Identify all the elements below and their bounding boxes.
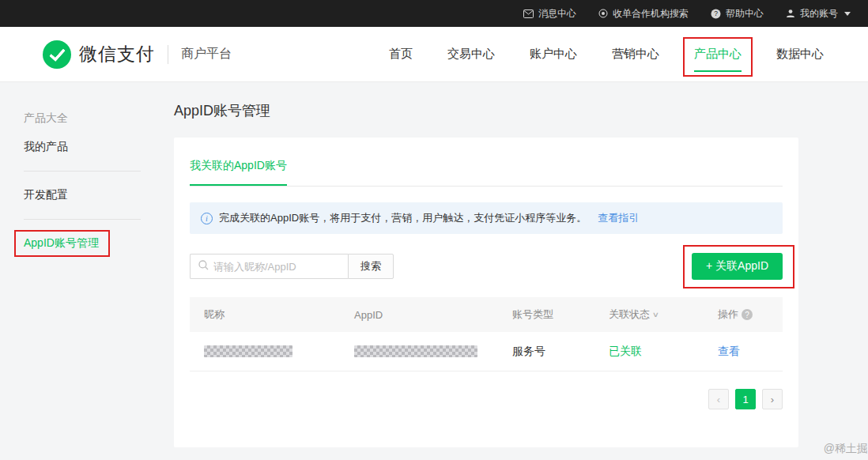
nav-item-data-center[interactable]: 数据中心 [776,27,824,82]
watermark: @稀土掘金技术社区 [824,442,868,456]
layout: 产品大全 我的产品 开发配置 AppID账号管理 AppID账号管理 我关联的A… [0,82,868,459]
notice-bar: i 完成关联的AppID账号，将用于支付，营销，用户触达，支付凭证小程序等业务。… [190,202,783,234]
cell-appid [354,345,512,357]
content-card: 我关联的AppID账号 i 完成关联的AppID账号，将用于支付，营销，用户触达… [174,138,798,447]
search-box [190,254,348,279]
help-circle-icon[interactable]: ? [742,309,753,320]
search-button[interactable]: 搜索 [348,254,394,279]
topbar-my-account[interactable]: 我的账号 [786,7,851,21]
view-link[interactable]: 查看 [718,345,740,357]
sidebar: 产品大全 我的产品 开发配置 AppID账号管理 [0,82,174,459]
topbar-item-label: 消息中心 [538,7,576,21]
sidebar-item-label: AppID账号管理 [24,236,99,251]
redacted-appid [354,345,477,357]
cell-account-type: 服务号 [512,345,609,359]
table-header: 昵称 AppID 账号类型 关联状态 ∨ 操作 ? [190,297,783,332]
topbar-org-search[interactable]: 收单合作机构搜索 [598,7,689,21]
add-appid-wrap: + 关联AppID [692,253,783,280]
nav-item-account-center[interactable]: 账户中心 [530,27,577,82]
tabs-row: 我关联的AppID账号 [190,138,783,187]
tab-my-linked-appids[interactable]: 我关联的AppID账号 [190,159,287,186]
cell-link-status: 已关联 [609,345,718,359]
nav-item-home[interactable]: 首页 [389,27,413,82]
user-icon [786,9,795,18]
sidebar-item-my-products[interactable]: 我的产品 [0,133,174,161]
sidebar-divider [24,171,141,172]
brand-name: 微信支付 [79,42,155,66]
brand[interactable]: 微信支付 商户平台 [43,40,232,69]
page: 消息中心 收单合作机构搜索 ? 帮助中心 我的账号 微信支付 [0,0,868,460]
col-link-status[interactable]: 关联状态 ∨ [609,307,718,322]
col-appid: AppID [354,309,512,321]
topbar-message-center[interactable]: 消息中心 [523,7,576,21]
nav-item-label: 产品中心 [694,47,742,62]
add-appid-button[interactable]: + 关联AppID [692,253,783,280]
sidebar-item-appid-management[interactable]: AppID账号管理 [0,229,174,258]
sidebar-item-dev-config[interactable]: 开发配置 [0,181,174,209]
pagination: ‹ 1 › [190,389,783,409]
info-icon: i [201,213,213,224]
redacted-nickname [204,345,292,357]
col-account-type: 账号类型 [512,307,609,322]
nav-item-trade-center[interactable]: 交易中心 [447,27,495,82]
cell-nickname [204,345,354,357]
wechat-pay-logo [43,40,71,69]
chevron-down-icon [844,12,851,16]
nav-item-marketing-center[interactable]: 营销中心 [612,27,659,82]
col-actions: 操作 ? [718,307,768,322]
message-icon [523,9,534,18]
sidebar-divider [24,219,141,220]
cell-actions: 查看 [718,345,768,359]
svg-text:?: ? [714,9,718,17]
sidebar-item-product-catalog: 产品大全 [0,104,174,133]
header: 微信支付 商户平台 首页 交易中心 账户中心 营销中心 产品中心 数据中心 [0,27,868,82]
topbar-item-label: 收单合作机构搜索 [613,7,689,21]
search-input[interactable] [213,261,340,273]
notice-text: 完成关联的AppID账号，将用于支付，营销，用户触达，支付凭证小程序等业务。 [219,211,587,225]
topbar-item-label: 我的账号 [800,7,838,21]
platform-name: 商户平台 [181,46,232,62]
topbar-item-label: 帮助中心 [726,7,764,21]
toolbar: 搜索 + 关联AppID [190,253,783,280]
org-search-icon [598,9,608,18]
main-nav: 首页 交易中心 账户中心 营销中心 产品中心 数据中心 [389,27,824,82]
pagination-page-1[interactable]: 1 [735,389,756,409]
help-icon: ? [711,9,721,19]
main-content: AppID账号管理 我关联的AppID账号 i 完成关联的AppID账号，将用于… [174,82,868,459]
appid-table: 昵称 AppID 账号类型 关联状态 ∨ 操作 ? [190,297,783,371]
brand-divider [168,45,168,64]
search-icon [198,259,209,273]
pagination-prev-button[interactable]: ‹ [708,389,729,409]
search-group: 搜索 [190,254,394,279]
chevron-down-icon: ∨ [652,311,659,319]
col-nickname: 昵称 [204,307,354,322]
table-row: 服务号 已关联 查看 [190,332,783,371]
nav-item-product-center[interactable]: 产品中心 [694,27,742,82]
view-guide-link[interactable]: 查看指引 [598,211,639,225]
page-title: AppID账号管理 [174,101,798,120]
topbar: 消息中心 收单合作机构搜索 ? 帮助中心 我的账号 [0,0,868,27]
pagination-next-button[interactable]: › [762,389,783,409]
topbar-help-center[interactable]: ? 帮助中心 [711,7,764,21]
